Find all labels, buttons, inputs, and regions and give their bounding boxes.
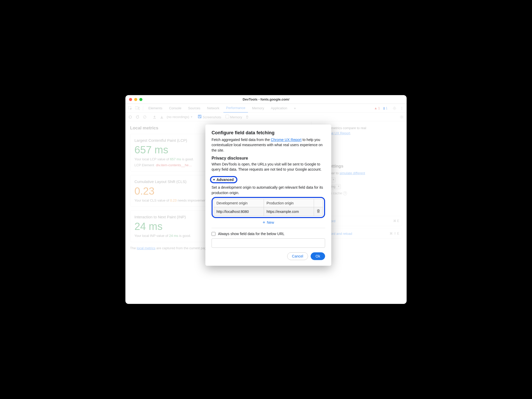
screenshots-checkbox[interactable]: Screenshots — [198, 115, 221, 119]
gear-icon[interactable] — [392, 105, 397, 111]
always-show-input[interactable] — [212, 232, 215, 236]
upload-icon[interactable] — [152, 115, 157, 119]
record-reload-kbd: ⌘ ⇧ E — [390, 232, 399, 235]
cancel-button[interactable]: Cancel — [287, 252, 308, 260]
zoom-icon[interactable] — [139, 98, 142, 101]
advanced-description: Set a development origin to automaticall… — [212, 185, 325, 195]
th-dev-origin: Development origin — [214, 199, 264, 207]
kebab-icon[interactable]: ⋮ — [399, 105, 405, 111]
reload-icon[interactable] — [135, 115, 140, 119]
main-tabbar: Elements Console Sources Network Perform… — [125, 104, 407, 113]
traffic-lights — [125, 98, 142, 101]
plus-icon: + — [263, 220, 265, 225]
dialog-title: Configure field data fetching — [212, 130, 325, 136]
prod-origin-cell[interactable]: https://example.com — [264, 207, 314, 216]
panel-gear-icon[interactable] — [399, 115, 404, 119]
divider — [212, 228, 325, 228]
trash-icon[interactable] — [245, 115, 249, 119]
info-badge[interactable]: ▮1 — [383, 106, 388, 110]
dev-origin-cell[interactable]: http://localhost:8080 — [214, 207, 264, 216]
recordings-label: (no recordings) — [167, 115, 189, 119]
download-icon[interactable] — [159, 115, 164, 119]
configure-field-data-dialog: Configure field data fetching Fetch aggr… — [205, 124, 331, 266]
svg-rect-0 — [128, 106, 131, 109]
device-toggle-icon[interactable] — [135, 105, 140, 111]
th-prod-origin: Production origin — [264, 199, 314, 207]
privacy-heading: Privacy disclosure — [212, 156, 325, 161]
info-count: 1 — [386, 106, 388, 110]
tab-memory[interactable]: Memory — [249, 104, 267, 113]
tab-sources[interactable]: Sources — [186, 104, 203, 113]
record-icon[interactable] — [128, 115, 133, 119]
ok-button[interactable]: Ok — [311, 252, 325, 260]
svg-point-3 — [394, 107, 395, 109]
dialog-intro: Fetch aggregated field data from the Chr… — [212, 137, 325, 153]
advanced-toggle[interactable]: ▼ Advanced — [210, 176, 237, 183]
tab-overflow[interactable]: » — [291, 104, 298, 113]
svg-line-6 — [144, 116, 146, 118]
titlebar: DevTools - fonts.google.com/ — [125, 95, 407, 104]
memory-checkbox[interactable]: Memory — [225, 115, 242, 119]
recordings-dropdown[interactable]: (no recordings) ▼ — [167, 115, 193, 119]
svg-point-4 — [129, 116, 132, 118]
warning-badge[interactable]: ▲1 — [374, 106, 380, 110]
tab-application[interactable]: Application — [268, 104, 290, 113]
clear-icon[interactable] — [142, 115, 147, 119]
minimize-icon[interactable] — [134, 98, 137, 101]
tab-performance[interactable]: Performance — [223, 104, 248, 113]
tab-elements[interactable]: Elements — [146, 104, 165, 113]
origin-mapping-table: Development origin Production origin htt… — [214, 199, 323, 216]
window-title: DevTools - fonts.google.com/ — [125, 97, 407, 101]
tab-console[interactable]: Console — [166, 104, 184, 113]
svg-rect-1 — [135, 107, 138, 109]
warning-count: 1 — [378, 106, 380, 110]
devtools-window: DevTools - fonts.google.com/ Elements Co… — [125, 95, 407, 304]
local-metrics-link[interactable]: local metrics — [137, 246, 155, 250]
record-kbd: ⌘ E — [393, 219, 399, 223]
chevron-down-icon: ▼ — [213, 178, 215, 181]
perf-toolbar: (no recordings) ▼ Screenshots Memory — [125, 113, 407, 121]
svg-rect-2 — [139, 107, 140, 110]
close-icon[interactable] — [129, 98, 132, 101]
simulate-link[interactable]: simulate different — [340, 171, 365, 175]
origin-mapping-highlight: Development origin Production origin htt… — [212, 197, 325, 218]
always-show-checkbox[interactable]: Always show field data for the below URL — [212, 232, 325, 236]
override-url-input[interactable] — [212, 238, 325, 248]
help-icon[interactable]: ? — [343, 191, 347, 195]
svg-point-7 — [401, 116, 402, 118]
inspect-icon[interactable] — [127, 105, 133, 111]
crux-report-link[interactable]: Chrome UX Report — [271, 138, 302, 142]
table-row: http://localhost:8080 https://example.co… — [214, 207, 323, 216]
svg-point-5 — [143, 115, 146, 118]
delete-row-button[interactable] — [314, 207, 323, 216]
privacy-text: When DevTools is open, the URLs you visi… — [212, 162, 325, 172]
tab-network[interactable]: Network — [205, 104, 222, 113]
add-mapping-button[interactable]: + New — [212, 220, 325, 225]
